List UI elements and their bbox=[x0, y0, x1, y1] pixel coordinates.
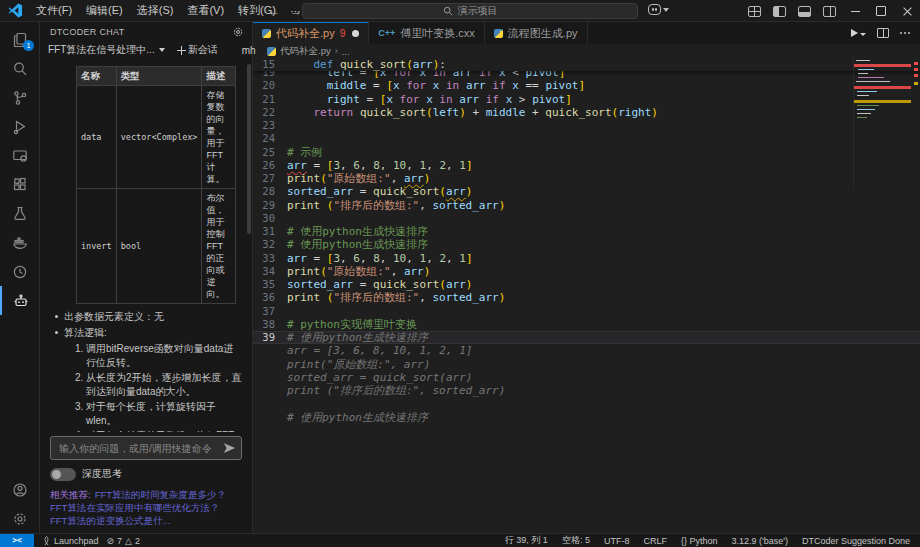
sticky-line[interactable]: 15 def quick_sort(arr): bbox=[253, 58, 920, 71]
toggle-panel-icon[interactable] bbox=[798, 6, 811, 17]
status-item[interactable]: 空格: 5 bbox=[562, 534, 590, 547]
breadcrumb[interactable]: 代码补全.py › ... bbox=[253, 44, 920, 58]
more-actions-icon[interactable] bbox=[900, 32, 910, 34]
code-line[interactable]: 15 def quick_sort(arr): bbox=[253, 58, 920, 71]
status-item[interactable]: 3.12.9 ('base') bbox=[731, 536, 787, 546]
sidebar-item-pending-tasks[interactable] bbox=[0, 257, 39, 286]
send-button[interactable] bbox=[221, 441, 237, 455]
code-line[interactable]: 38# python实现傅里叶变换 bbox=[253, 318, 920, 331]
tab-代码补全.py[interactable]: 代码补全.py9 bbox=[253, 22, 369, 44]
launchpad-button[interactable]: Launchpad bbox=[42, 536, 99, 546]
clock-icon bbox=[12, 264, 28, 280]
code-line[interactable]: 24 bbox=[253, 132, 920, 145]
code-line[interactable]: # 使用python生成快速排序 bbox=[253, 411, 920, 424]
menu-item[interactable]: 编辑(E) bbox=[79, 3, 130, 18]
tab-label: 傅里叶变换.cxx bbox=[400, 26, 475, 41]
sidebar-item-extensions[interactable] bbox=[0, 170, 39, 199]
line-content: return quick_sort(left) + middle + quick… bbox=[287, 106, 658, 119]
minimap[interactable] bbox=[853, 58, 910, 188]
code-line[interactable]: print("原始数组:", arr) bbox=[253, 358, 920, 371]
code-line[interactable]: 37 bbox=[253, 305, 920, 318]
chat-input[interactable] bbox=[50, 436, 242, 460]
menu-item[interactable]: 选择(S) bbox=[130, 3, 181, 18]
code-line[interactable]: print ("排序后的数组:", sorted_arr) bbox=[253, 384, 920, 397]
session-selector[interactable]: FFT算法在信号处理中... bbox=[48, 43, 165, 57]
problems-indicator[interactable]: ⊘ 7 △ 2 bbox=[107, 536, 141, 546]
menu-item[interactable]: 查看(V) bbox=[180, 3, 231, 18]
code-line[interactable]: 19 left = [x for x in arr if x < pivot] bbox=[253, 71, 920, 79]
minimize-button[interactable] bbox=[842, 0, 868, 22]
code-line[interactable]: 32# 使用python生成快速排序 bbox=[253, 238, 920, 251]
sidebar-item-source-control[interactable] bbox=[0, 83, 39, 112]
code-line[interactable]: 30 bbox=[253, 212, 920, 225]
menu-item[interactable]: 文件(F) bbox=[29, 3, 79, 18]
sidebar-item-remote-explorer[interactable] bbox=[0, 141, 39, 170]
code-line[interactable]: 27print("原始数组:", arr) bbox=[253, 172, 920, 185]
status-item[interactable]: CRLF bbox=[643, 536, 667, 546]
related-question-link[interactable]: FFT算法的逆变换公式是什... bbox=[50, 515, 170, 526]
tab-流程图生成.py[interactable]: 流程图生成.py bbox=[485, 22, 588, 44]
status-item[interactable]: {} Python bbox=[681, 536, 718, 546]
code-line[interactable]: sorted_arr = quick_sort(arr) bbox=[253, 371, 920, 384]
split-editor-icon[interactable] bbox=[877, 28, 889, 38]
deep-think-toggle[interactable] bbox=[50, 468, 76, 481]
related-question-link[interactable]: FFT算法的时间复杂度是多少？ bbox=[95, 489, 226, 500]
code-line[interactable]: 29print ("排序后的数组:", sorted_arr) bbox=[253, 199, 920, 212]
breadcrumb-ellipsis[interactable]: ... bbox=[342, 46, 350, 57]
sidebar-item-explorer[interactable]: 1 bbox=[0, 25, 39, 54]
line-number: 37 bbox=[253, 305, 287, 318]
sidebar-item-docker[interactable] bbox=[0, 228, 39, 257]
overview-ruler[interactable] bbox=[914, 58, 918, 533]
tab-傅里叶变换.cxx[interactable]: C++傅里叶变换.cxx bbox=[369, 22, 485, 44]
status-item[interactable]: 行 39, 列 1 bbox=[505, 534, 548, 547]
close-button[interactable] bbox=[894, 0, 920, 22]
settings-button[interactable] bbox=[0, 504, 39, 533]
code-lines[interactable]: 20 middle = [x for x in arr if x == pivo… bbox=[253, 79, 920, 424]
chat-scrollbar[interactable] bbox=[247, 64, 251, 234]
related-question-link[interactable]: FFT算法在实际应用中有哪些优化方法？ bbox=[50, 502, 219, 513]
code-line[interactable]: 21 right = [x for x in arr if x > pivot] bbox=[253, 93, 920, 106]
code-line[interactable]: 36print ("排序后的数组:", sorted_arr) bbox=[253, 291, 920, 304]
back-arrow-icon[interactable]: ← bbox=[268, 4, 280, 18]
maximize-button[interactable] bbox=[868, 0, 894, 22]
code-line[interactable]: 20 middle = [x for x in arr if x == pivo… bbox=[253, 79, 920, 92]
account-button[interactable] bbox=[0, 475, 39, 504]
line-content: sorted_arr = quick_sort(arr) bbox=[287, 371, 472, 384]
sidebar-item-ai-chat[interactable] bbox=[0, 286, 39, 315]
code-line[interactable]: 23 bbox=[253, 119, 920, 132]
project-search-box[interactable]: 演示项目 bbox=[302, 3, 638, 19]
customize-layout-icon[interactable] bbox=[748, 6, 761, 17]
chat-message-area[interactable]: 名称类型描述datavector<Complex>存储复数的向量，用于FFT计算… bbox=[40, 60, 252, 432]
code-line[interactable]: 26arr = [3, 6, 8, 10, 1, 2, 1] bbox=[253, 159, 920, 172]
sidebar-item-testing[interactable] bbox=[0, 199, 39, 228]
status-bar: >< Launchpad ⊘ 7 △ 2 行 39, 列 1空格: 5UTF-8… bbox=[0, 533, 920, 547]
code-line[interactable]: 35sorted_arr = quick_sort(arr) bbox=[253, 278, 920, 291]
status-item[interactable]: UTF-8 bbox=[604, 536, 630, 546]
sidebar-item-run-debug[interactable] bbox=[0, 112, 39, 141]
new-session-button[interactable]: 新会话 bbox=[177, 43, 218, 57]
toggle-secondary-sidebar-icon[interactable] bbox=[823, 6, 836, 17]
run-button[interactable] bbox=[851, 29, 866, 37]
code-line[interactable]: 28sorted_arr = quick_sort(arr) bbox=[253, 185, 920, 198]
code-line[interactable]: 33arr = [3, 6, 8, 10, 1, 2, 1] bbox=[253, 252, 920, 265]
code-line[interactable]: 22 return quick_sort(left) + middle + qu… bbox=[253, 106, 920, 119]
code-line[interactable]: 34print("原始数组:", arr) bbox=[253, 265, 920, 278]
code-editor[interactable]: 15 def quick_sort(arr): 19 left = [x for… bbox=[253, 58, 920, 533]
code-line[interactable]: arr = [3, 6, 8, 10, 1, 2, 1] bbox=[253, 344, 920, 357]
debug-icon bbox=[12, 119, 28, 135]
forward-arrow-icon[interactable]: → bbox=[290, 4, 302, 18]
copilot-menu[interactable] bbox=[648, 4, 669, 15]
modified-dot-icon[interactable] bbox=[352, 30, 359, 37]
code-line[interactable] bbox=[253, 397, 920, 410]
remote-indicator[interactable]: >< bbox=[0, 534, 34, 547]
status-item[interactable]: DTCoder Suggestion Done bbox=[802, 536, 910, 546]
sidebar-item-search[interactable] bbox=[0, 54, 39, 83]
line-number: 20 bbox=[253, 79, 287, 92]
chat-settings-gear-icon[interactable] bbox=[232, 26, 244, 38]
code-line[interactable]: 39# 使用python生成快速排序 bbox=[253, 331, 920, 344]
toggle-sidebar-icon[interactable] bbox=[773, 6, 786, 17]
error-icon: ⊘ bbox=[107, 536, 115, 546]
code-line[interactable]: 25# 示例 bbox=[253, 146, 920, 159]
breadcrumb-file[interactable]: 代码补全.py bbox=[280, 45, 331, 58]
code-line[interactable]: 31# 使用python生成快速排序 bbox=[253, 225, 920, 238]
